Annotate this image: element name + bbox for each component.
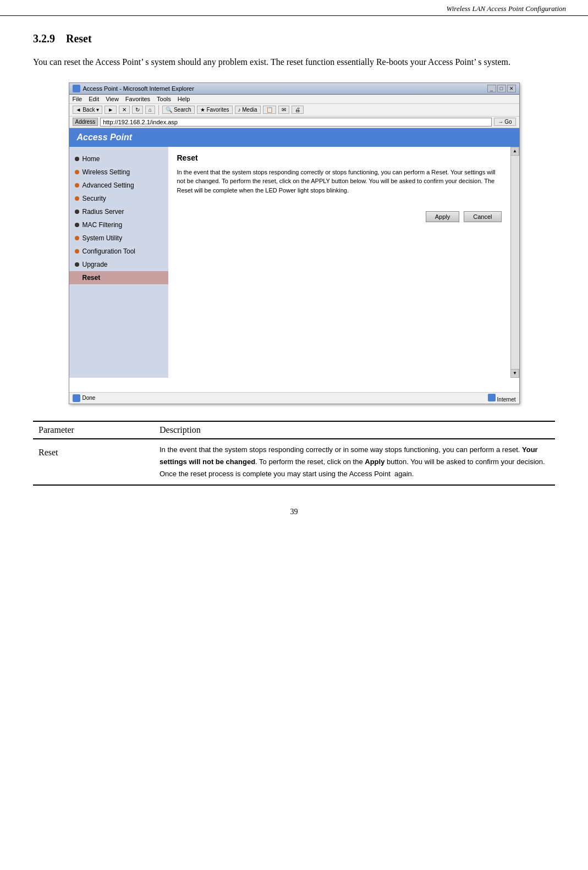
favorites-button[interactable]: ★ Favorites	[197, 106, 233, 114]
apply-button[interactable]: Apply	[426, 211, 460, 222]
browser-toolbar: ◄ Back ▾ ► ✕ ↻ ⌂ 🔍 Search ★ Favorites ♪ …	[69, 104, 519, 117]
browser-icon	[73, 85, 80, 92]
sidebar-label-radius: Radius Server	[83, 208, 124, 216]
browser-title-area: Access Point - Microsoft Internet Explor…	[73, 85, 194, 92]
panel-buttons: Apply Cancel	[177, 206, 502, 222]
stop-button[interactable]: ✕	[119, 106, 130, 114]
menu-favorites[interactable]: Favorites	[125, 96, 150, 102]
sidebar-label-wireless: Wireless Setting	[83, 168, 130, 176]
status-text: Done	[83, 395, 96, 401]
browser-window: Access Point - Microsoft Internet Explor…	[69, 82, 520, 404]
ap-header: Access Point	[69, 128, 519, 147]
browser-titlebar: Access Point - Microsoft Internet Explor…	[69, 83, 519, 95]
sidebar-item-wireless[interactable]: Wireless Setting	[69, 166, 168, 179]
sidebar-label-upgrade: Upgrade	[83, 261, 108, 268]
sidebar-label-config: Configuration Tool	[83, 247, 136, 255]
sidebar-label-system: System Utility	[83, 234, 123, 242]
section-heading: 3.2.9 Reset	[33, 32, 555, 45]
scroll-up-arrow[interactable]: ▲	[510, 147, 519, 156]
sidebar-item-config[interactable]: Configuration Tool	[69, 245, 168, 258]
back-button[interactable]: ◄ Back ▾	[73, 106, 103, 114]
internet-icon	[488, 394, 496, 401]
table-row: Reset In the event that the system stops…	[33, 439, 555, 485]
sidebar-label-reset: Reset	[83, 274, 101, 282]
restore-button[interactable]: □	[497, 85, 506, 92]
status-right-text: Internet	[497, 397, 516, 403]
sidebar-item-system[interactable]: System Utility	[69, 232, 168, 245]
main-content: 3.2.9 Reset You can reset the Access Poi…	[0, 16, 588, 538]
bullet-security	[75, 196, 79, 201]
table-header-description: Description	[154, 421, 555, 439]
sidebar-item-home[interactable]: Home	[69, 152, 168, 166]
search-button[interactable]: 🔍 Search	[162, 106, 194, 114]
param-description-reset: In the event that the system stops respo…	[154, 439, 555, 485]
browser-menubar: File Edit View Favorites Tools Help	[69, 95, 519, 104]
menu-file[interactable]: File	[73, 96, 83, 102]
bold-settings: Your settings will not be changed	[160, 445, 538, 466]
refresh-button[interactable]: ↻	[132, 106, 143, 114]
print-button[interactable]: 🖨	[292, 106, 304, 114]
menu-tools[interactable]: Tools	[157, 96, 171, 102]
menu-view[interactable]: View	[106, 96, 119, 102]
sidebar-item-reset[interactable]: Reset	[69, 271, 168, 284]
page-header: Wireless LAN Access Point Configuration	[0, 0, 588, 16]
home-button[interactable]: ⌂	[145, 106, 155, 114]
intro-paragraph: You can reset the Access Point’ s system…	[33, 55, 555, 69]
browser-title-text: Access Point - Microsoft Internet Explor…	[83, 85, 194, 92]
mail-button[interactable]: ✉	[278, 106, 289, 114]
panel-description: In the event that the system stops respo…	[177, 168, 502, 195]
bullet-upgrade	[75, 262, 79, 267]
browser-addressbar: Address → Go	[69, 117, 519, 128]
scroll-down-arrow[interactable]: ▼	[510, 369, 519, 378]
bullet-advanced	[75, 183, 79, 188]
header-title: Wireless LAN Access Point Configuration	[447, 4, 566, 13]
sidebar-item-upgrade[interactable]: Upgrade	[69, 258, 168, 271]
media-button[interactable]: ♪ Media	[235, 106, 261, 114]
section-title: Reset	[66, 32, 92, 45]
table-header-parameter: Parameter	[33, 421, 154, 439]
sidebar-label-home: Home	[83, 155, 100, 163]
bold-apply: Apply	[365, 458, 384, 466]
bullet-system	[75, 236, 79, 240]
minimize-button[interactable]: _	[487, 85, 496, 92]
history-button[interactable]: 📋	[263, 106, 276, 114]
sidebar-item-advanced[interactable]: Advanced Setting	[69, 179, 168, 192]
sidebar-label-security: Security	[83, 195, 106, 202]
sidebar: Home Wireless Setting Advanced Setting	[69, 147, 168, 378]
go-button[interactable]: → Go	[494, 118, 515, 126]
close-button[interactable]: ✕	[507, 85, 516, 92]
section-number: 3.2.9	[33, 32, 55, 45]
scrollbar[interactable]: ▲ ▼	[510, 147, 519, 378]
browser-content: Access Point Home Wireless Setting	[69, 128, 519, 392]
main-panel: Reset In the event that the system stops…	[168, 147, 510, 378]
sidebar-item-radius[interactable]: Radius Server	[69, 205, 168, 218]
menu-edit[interactable]: Edit	[89, 96, 99, 102]
browser-window-controls[interactable]: _ □ ✕	[487, 85, 516, 92]
parameter-table: Parameter Description Reset In the event…	[33, 421, 555, 486]
browser-content-inner: Access Point Home Wireless Setting	[69, 128, 519, 392]
menu-help[interactable]: Help	[178, 96, 190, 102]
browser-statusbar: Done Internet	[69, 392, 519, 404]
status-right: Internet	[488, 394, 516, 403]
param-name-reset: Reset	[33, 439, 154, 485]
sidebar-label-mac: MAC Filtering	[83, 221, 123, 229]
go-label: Go	[504, 119, 512, 125]
sidebar-label-advanced: Advanced Setting	[83, 181, 134, 189]
bullet-reset	[75, 276, 79, 280]
page-number: 39	[33, 508, 555, 516]
bullet-config	[75, 249, 79, 254]
sidebar-item-security[interactable]: Security	[69, 192, 168, 205]
parameter-table-section: Parameter Description Reset In the event…	[33, 421, 555, 486]
bullet-wireless	[75, 170, 79, 174]
sidebar-item-mac[interactable]: MAC Filtering	[69, 218, 168, 232]
ap-header-text: Access Point	[77, 133, 132, 142]
forward-button[interactable]: ►	[105, 106, 117, 114]
bullet-home	[75, 157, 79, 161]
status-left: Done	[73, 394, 96, 402]
panel-title: Reset	[177, 153, 502, 162]
scroll-track[interactable]	[511, 156, 519, 369]
bullet-mac	[75, 223, 79, 227]
cancel-button[interactable]: Cancel	[464, 211, 501, 222]
address-input[interactable]	[100, 118, 492, 126]
go-arrow-icon: →	[498, 119, 503, 125]
